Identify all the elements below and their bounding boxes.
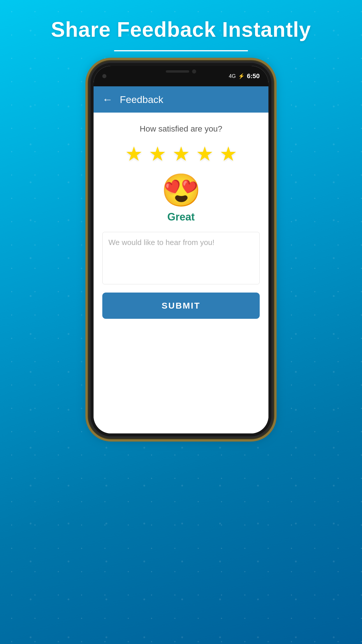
feedback-textarea[interactable] [102, 232, 260, 284]
submit-button[interactable]: SUBMIT [102, 293, 260, 319]
rating-label: Great [167, 211, 195, 223]
status-bar-left [102, 74, 106, 78]
star-3[interactable]: ★ [172, 142, 190, 165]
battery-icon: ⚡ [238, 73, 245, 79]
page-title: Share Feedback Instantly [51, 18, 311, 41]
speaker-icon [166, 70, 189, 73]
star-5[interactable]: ★ [219, 142, 237, 165]
phone-wrapper: 4G ⚡ 6:50 ← Feedback How satisfied are y… [91, 63, 271, 436]
status-time: 6:50 [247, 72, 260, 80]
header-divider [114, 50, 248, 51]
phone-screen: 4G ⚡ 6:50 ← Feedback How satisfied are y… [94, 66, 268, 433]
satisfaction-question: How satisfied are you? [140, 124, 222, 134]
app-toolbar: ← Feedback [94, 86, 268, 113]
stars-row[interactable]: ★ ★ ★ ★ ★ [125, 142, 237, 165]
app-content: How satisfied are you? ★ ★ ★ ★ ★ 😍 Great… [94, 113, 268, 433]
back-button[interactable]: ← [102, 93, 113, 106]
star-2[interactable]: ★ [149, 142, 166, 165]
toolbar-title: Feedback [120, 94, 163, 105]
notch-camera-icon [192, 69, 196, 74]
signal-icon: 4G [229, 73, 236, 79]
status-bar-right: 4G ⚡ 6:50 [229, 72, 260, 80]
page-header: Share Feedback Instantly [51, 18, 311, 51]
star-4[interactable]: ★ [196, 142, 214, 165]
rating-emoji: 😍 [161, 174, 201, 206]
star-1[interactable]: ★ [125, 142, 143, 165]
status-bar: 4G ⚡ 6:50 [94, 66, 268, 86]
camera-icon [102, 74, 106, 78]
notch [152, 66, 210, 77]
phone-frame: 4G ⚡ 6:50 ← Feedback How satisfied are y… [91, 63, 271, 436]
